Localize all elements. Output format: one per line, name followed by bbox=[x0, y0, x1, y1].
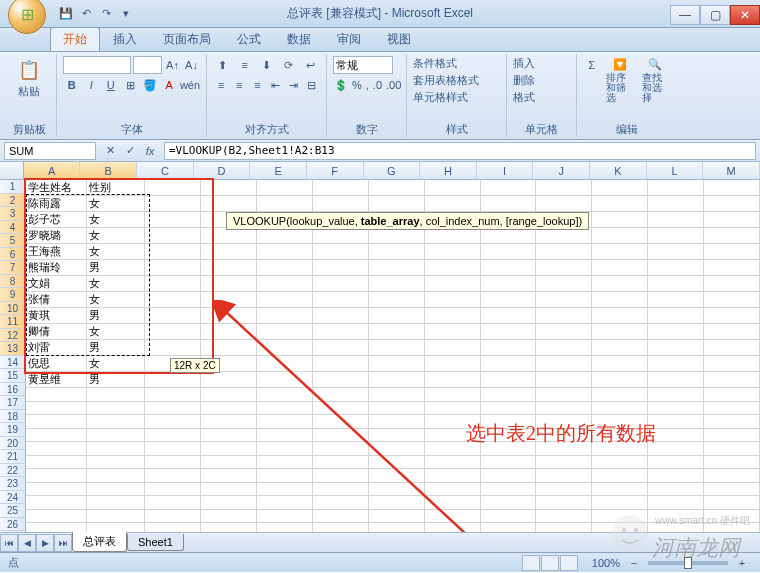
row-header[interactable]: 21 bbox=[0, 450, 25, 464]
cell[interactable] bbox=[592, 292, 648, 308]
tab-insert[interactable]: 插入 bbox=[100, 27, 150, 51]
cond-format-button[interactable]: 条件格式 bbox=[413, 56, 500, 71]
cell[interactable] bbox=[87, 442, 145, 456]
col-header[interactable]: A bbox=[24, 162, 81, 179]
cell[interactable] bbox=[648, 496, 704, 510]
cell[interactable] bbox=[592, 455, 648, 469]
col-header[interactable]: F bbox=[307, 162, 364, 179]
col-header[interactable]: G bbox=[364, 162, 421, 179]
cell[interactable] bbox=[145, 292, 201, 308]
number-format-select[interactable]: 常规 bbox=[333, 56, 393, 74]
cell[interactable]: 女 bbox=[87, 196, 145, 212]
row-header[interactable]: 8 bbox=[0, 275, 25, 289]
cell[interactable] bbox=[26, 496, 87, 510]
cell[interactable] bbox=[312, 260, 368, 276]
cell[interactable]: 女 bbox=[87, 228, 145, 244]
cell[interactable] bbox=[704, 469, 760, 483]
sort-button[interactable]: 🔽 排序和筛选 bbox=[604, 56, 635, 105]
cell[interactable] bbox=[26, 388, 87, 402]
comma-icon[interactable]: , bbox=[365, 76, 370, 94]
cell[interactable] bbox=[201, 523, 257, 533]
row-header[interactable]: 20 bbox=[0, 437, 25, 451]
cell[interactable] bbox=[257, 401, 313, 415]
cell[interactable]: 女 bbox=[87, 292, 145, 308]
cell[interactable] bbox=[87, 388, 145, 402]
cell[interactable] bbox=[480, 496, 536, 510]
row-header[interactable]: 18 bbox=[0, 410, 25, 424]
cell[interactable] bbox=[312, 244, 368, 260]
cell[interactable] bbox=[536, 509, 592, 523]
cell[interactable] bbox=[145, 180, 201, 196]
italic-icon[interactable]: I bbox=[83, 76, 101, 94]
cell[interactable] bbox=[201, 372, 257, 388]
cell[interactable] bbox=[368, 523, 424, 533]
cell[interactable] bbox=[145, 455, 201, 469]
cell[interactable] bbox=[368, 308, 424, 324]
cell[interactable] bbox=[480, 260, 536, 276]
cell[interactable] bbox=[145, 415, 201, 429]
cell[interactable] bbox=[201, 340, 257, 356]
cell[interactable] bbox=[312, 496, 368, 510]
undo-icon[interactable]: ↶ bbox=[78, 6, 94, 22]
cell[interactable] bbox=[368, 356, 424, 372]
row-header[interactable]: 3 bbox=[0, 207, 25, 221]
cell[interactable]: 刘雷 bbox=[26, 340, 87, 356]
orient-icon[interactable]: ⟳ bbox=[278, 56, 298, 74]
cell[interactable] bbox=[26, 469, 87, 483]
last-sheet-icon[interactable]: ⏭ bbox=[54, 534, 72, 552]
cell[interactable] bbox=[592, 324, 648, 340]
col-header[interactable]: H bbox=[420, 162, 477, 179]
cell[interactable] bbox=[368, 442, 424, 456]
tab-formula[interactable]: 公式 bbox=[224, 27, 274, 51]
cell[interactable] bbox=[648, 276, 704, 292]
cell[interactable] bbox=[201, 388, 257, 402]
phonetic-icon[interactable]: wén bbox=[180, 76, 200, 94]
cell[interactable] bbox=[704, 196, 760, 212]
cell[interactable] bbox=[704, 372, 760, 388]
cell[interactable] bbox=[201, 428, 257, 442]
autosum-icon[interactable]: Σ bbox=[583, 56, 600, 74]
tab-review[interactable]: 审阅 bbox=[324, 27, 374, 51]
cell[interactable] bbox=[480, 356, 536, 372]
format-button[interactable]: 格式 bbox=[513, 90, 570, 105]
cell[interactable] bbox=[145, 228, 201, 244]
cell[interactable] bbox=[257, 196, 313, 212]
cell[interactable] bbox=[145, 196, 201, 212]
cell[interactable] bbox=[648, 292, 704, 308]
cell[interactable]: 张倩 bbox=[26, 292, 87, 308]
cell[interactable] bbox=[536, 388, 592, 402]
cell[interactable] bbox=[145, 509, 201, 523]
cell[interactable] bbox=[257, 308, 313, 324]
cell[interactable]: 女 bbox=[87, 356, 145, 372]
cell[interactable] bbox=[424, 401, 480, 415]
cell[interactable] bbox=[87, 401, 145, 415]
cell[interactable] bbox=[424, 244, 480, 260]
cell[interactable] bbox=[424, 292, 480, 308]
cell[interactable] bbox=[201, 244, 257, 260]
cell[interactable] bbox=[480, 523, 536, 533]
cell[interactable] bbox=[201, 180, 257, 196]
cell[interactable] bbox=[257, 260, 313, 276]
cell[interactable] bbox=[704, 401, 760, 415]
cell[interactable] bbox=[312, 523, 368, 533]
cell[interactable] bbox=[648, 401, 704, 415]
cell[interactable] bbox=[424, 340, 480, 356]
cell[interactable]: 女 bbox=[87, 244, 145, 260]
cell[interactable] bbox=[312, 196, 368, 212]
row-header[interactable]: 22 bbox=[0, 464, 25, 478]
shrink-font-icon[interactable]: A↓ bbox=[183, 56, 200, 74]
merge-icon[interactable]: ⊟ bbox=[304, 76, 320, 94]
cell[interactable] bbox=[480, 324, 536, 340]
tab-layout[interactable]: 页面布局 bbox=[150, 27, 224, 51]
insert-button[interactable]: 插入 bbox=[513, 56, 570, 71]
cell[interactable] bbox=[312, 324, 368, 340]
maximize-button[interactable]: ▢ bbox=[700, 5, 730, 25]
col-header[interactable]: L bbox=[647, 162, 704, 179]
cell[interactable] bbox=[536, 482, 592, 496]
cell[interactable] bbox=[201, 482, 257, 496]
cell[interactable] bbox=[704, 180, 760, 196]
find-button[interactable]: 🔍 查找和选择 bbox=[640, 56, 671, 105]
cell[interactable] bbox=[368, 276, 424, 292]
next-sheet-icon[interactable]: ▶ bbox=[36, 534, 54, 552]
row-header[interactable]: 2 bbox=[0, 194, 25, 208]
